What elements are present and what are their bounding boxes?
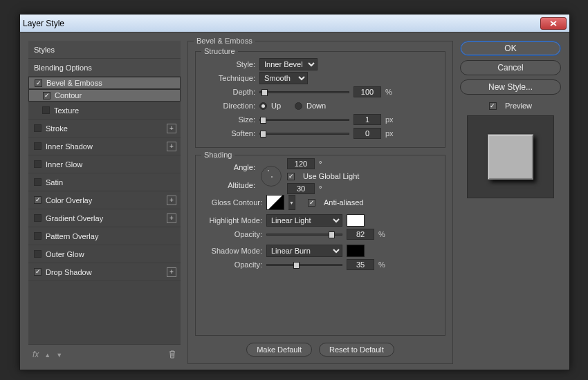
angle-input[interactable]: 120 xyxy=(287,158,315,169)
sidebar-item-satin[interactable]: Satin xyxy=(28,173,181,191)
sidebar-item-gradient-overlay[interactable]: Gradient Overlay+ xyxy=(28,209,181,227)
group-title: Shading xyxy=(201,151,235,159)
styles-sidebar: Styles Blending Options Bevel & Emboss C… xyxy=(28,41,181,364)
sidebar-item-texture[interactable]: Texture xyxy=(28,102,181,120)
sidebar-item-contour[interactable]: Contour xyxy=(28,89,181,102)
checkbox[interactable] xyxy=(34,178,42,186)
sidebar-item-blending-options[interactable]: Blending Options xyxy=(28,59,181,77)
label: Stroke xyxy=(46,124,68,133)
angle-widget[interactable] xyxy=(261,166,282,187)
group-title: Structure xyxy=(201,47,238,55)
reset-to-default-button[interactable]: Reset to Default xyxy=(319,343,394,357)
shadow-mode-select[interactable]: Linear Burn xyxy=(266,245,342,257)
checkbox[interactable] xyxy=(34,124,42,132)
checkbox[interactable] xyxy=(34,196,42,204)
global-light-checkbox[interactable] xyxy=(287,173,295,180)
trash-icon[interactable] xyxy=(168,350,176,360)
preview-thumbnail xyxy=(467,115,554,198)
checkbox[interactable] xyxy=(35,79,42,87)
fx-icon[interactable]: fx xyxy=(33,350,39,359)
soften-slider[interactable] xyxy=(259,133,349,135)
cancel-button[interactable]: Cancel xyxy=(460,60,561,75)
label: Inner Shadow xyxy=(46,142,93,151)
ok-button[interactable]: OK xyxy=(460,41,561,56)
altitude-input[interactable]: 30 xyxy=(287,183,315,194)
angle-label: Angle: xyxy=(234,163,255,171)
sidebar-item-styles[interactable]: Styles xyxy=(28,41,181,59)
add-icon[interactable]: + xyxy=(167,142,176,151)
new-style-button[interactable]: New Style... xyxy=(460,79,561,95)
size-slider[interactable] xyxy=(259,119,349,121)
size-input[interactable]: 1 xyxy=(353,114,381,125)
technique-select[interactable]: Smooth xyxy=(259,72,308,84)
label: Inner Glow xyxy=(46,160,82,169)
sidebar-item-inner-shadow[interactable]: Inner Shadow+ xyxy=(28,137,181,155)
depth-label: Depth: xyxy=(203,88,255,96)
sidebar-item-outer-glow[interactable]: Outer Glow xyxy=(28,245,181,263)
direction-down-radio[interactable] xyxy=(295,102,302,110)
preview-checkbox[interactable] xyxy=(489,102,497,110)
add-icon[interactable]: + xyxy=(167,213,176,223)
style-label: Style: xyxy=(203,60,255,68)
dialog-buttons: OK Cancel New Style... Preview xyxy=(460,41,561,364)
add-icon[interactable]: + xyxy=(167,267,176,277)
add-icon[interactable]: + xyxy=(167,196,176,205)
checkbox[interactable] xyxy=(34,268,42,276)
checkbox[interactable] xyxy=(43,92,50,99)
sidebar-item-drop-shadow[interactable]: Drop Shadow+ xyxy=(28,263,181,281)
bevel-emboss-group: Bevel & Emboss Structure Style: Inner Be… xyxy=(187,41,453,364)
highlight-opacity-slider[interactable] xyxy=(266,234,342,236)
technique-label: Technique: xyxy=(203,74,255,82)
gloss-contour-dropdown[interactable]: ▼ xyxy=(288,195,295,210)
soften-input[interactable]: 0 xyxy=(353,128,381,139)
depth-slider[interactable] xyxy=(259,91,349,93)
checkbox[interactable] xyxy=(34,160,42,168)
move-up-icon[interactable] xyxy=(44,350,50,359)
label: Color Overlay xyxy=(46,196,92,205)
altitude-label: Altitude: xyxy=(228,181,255,189)
gloss-contour-picker[interactable] xyxy=(266,195,284,210)
anti-aliased-checkbox[interactable] xyxy=(308,199,315,207)
sidebar-item-color-overlay[interactable]: Color Overlay+ xyxy=(28,191,181,209)
make-default-button[interactable]: Make Default xyxy=(246,343,312,357)
checkbox[interactable] xyxy=(34,214,42,222)
size-unit: px xyxy=(385,115,398,124)
direction-label: Direction: xyxy=(203,102,255,110)
label: Bevel & Emboss xyxy=(46,79,102,87)
sidebar-item-inner-glow[interactable]: Inner Glow xyxy=(28,155,181,173)
titlebar[interactable]: Layer Style xyxy=(20,15,569,32)
move-down-icon[interactable] xyxy=(56,350,62,359)
highlight-mode-select[interactable]: Linear Light xyxy=(266,214,342,227)
style-select[interactable]: Inner Bevel xyxy=(259,58,318,70)
unit: % xyxy=(378,230,391,238)
close-icon xyxy=(550,21,557,26)
close-button[interactable] xyxy=(540,17,567,30)
label: Satin xyxy=(46,178,63,187)
sidebar-item-pattern-overlay[interactable]: Pattern Overlay xyxy=(28,227,181,245)
checkbox[interactable] xyxy=(42,106,50,114)
checkbox[interactable] xyxy=(34,250,42,258)
soften-unit: px xyxy=(385,129,398,137)
altitude-unit: ° xyxy=(319,184,322,193)
direction-up-radio[interactable] xyxy=(259,102,267,110)
panel-title: Bevel & Emboss xyxy=(194,37,255,45)
depth-input[interactable]: 100 xyxy=(353,86,381,97)
shadow-opacity-slider[interactable] xyxy=(266,264,342,266)
highlight-color-swatch[interactable] xyxy=(347,214,365,227)
label: Drop Shadow xyxy=(46,268,92,276)
sidebar-item-bevel-emboss[interactable]: Bevel & Emboss xyxy=(28,77,181,89)
label: Contour xyxy=(55,91,82,99)
window-title: Layer Style xyxy=(23,19,64,28)
label: Pattern Overlay xyxy=(46,232,98,240)
highlight-opacity-input[interactable]: 82 xyxy=(347,229,374,240)
shading-group: Shading Angle: Altitude: 120 ° xyxy=(195,155,445,336)
sidebar-item-stroke[interactable]: Stroke+ xyxy=(28,120,181,137)
preview-swatch xyxy=(488,134,533,180)
checkbox[interactable] xyxy=(34,142,42,150)
shadow-opacity-input[interactable]: 35 xyxy=(347,259,374,270)
label: Outer Glow xyxy=(46,250,84,258)
anti-aliased-label: Anti-aliased xyxy=(324,198,363,207)
checkbox[interactable] xyxy=(34,232,42,240)
add-icon[interactable]: + xyxy=(167,124,176,133)
shadow-color-swatch[interactable] xyxy=(347,245,365,257)
